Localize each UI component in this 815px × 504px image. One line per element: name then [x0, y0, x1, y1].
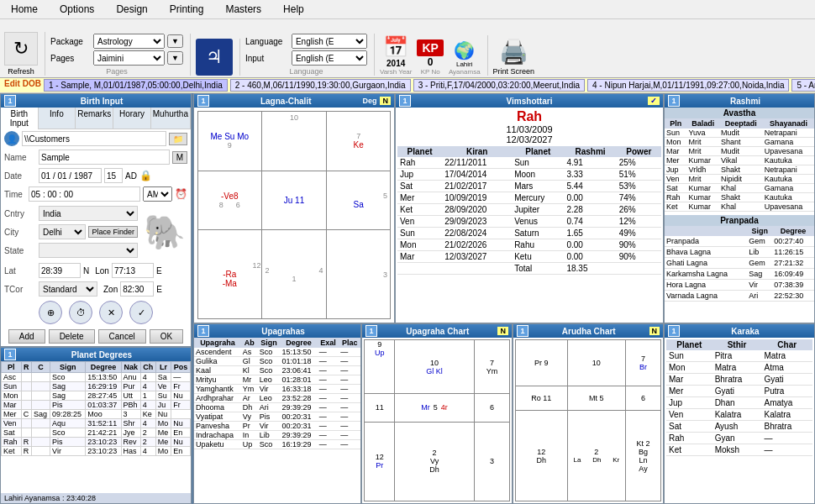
list-item: ArdhpraharArLeo23:52:28——: [194, 394, 360, 403]
acell-c: Mt 5: [567, 386, 625, 411]
table-cell: 2: [140, 428, 155, 438]
delete-btn[interactable]: Delete: [49, 329, 95, 344]
tab-info[interactable]: Info: [39, 108, 76, 129]
input-select[interactable]: English (E: [292, 50, 367, 66]
table-cell: Netrapani: [763, 165, 814, 175]
day-input[interactable]: [104, 168, 123, 183]
icon2[interactable]: ⏱: [69, 301, 92, 324]
table-cell: Has: [121, 447, 140, 456]
cell-tl: Me Su Mo 9: [198, 112, 262, 171]
table-cell: Gulika: [194, 357, 241, 366]
ampm-select[interactable]: AMPM: [143, 186, 172, 202]
edit-tab-3[interactable]: 3 - Priti,F,17/04/2000,03:20:00,Meerut,I…: [413, 79, 585, 92]
icon3[interactable]: ✕: [99, 301, 123, 324]
tab-birth-input[interactable]: Birth Input: [1, 108, 39, 129]
file-browse-btn[interactable]: 📁: [169, 133, 187, 145]
edit-tab-2[interactable]: 2 - 460,M,06/11/1990,19:30:00,Gurgaon,In…: [230, 79, 411, 92]
place-finder-btn[interactable]: Place Finder: [88, 226, 138, 238]
refresh-icon[interactable]: ↻: [4, 32, 38, 66]
date-input[interactable]: [39, 168, 102, 183]
col-pos: Pos: [171, 362, 191, 373]
vim-col-rashmi: Rashmi: [564, 146, 616, 157]
col-ch: Ch: [140, 362, 155, 373]
n-flag: N: [380, 97, 391, 105]
col-r: R: [21, 362, 31, 373]
table-cell: —: [318, 431, 339, 440]
table-cell: Fr: [171, 401, 191, 410]
pp-col-name: [665, 226, 747, 236]
add-btn[interactable]: Add: [8, 329, 45, 344]
city-select[interactable]: Delhi: [39, 224, 86, 239]
tab-muhurtha[interactable]: Muhurtha: [151, 108, 191, 129]
vim-date2: 12/03/2027: [397, 134, 661, 144]
package-btn[interactable]: ▼: [167, 34, 183, 48]
time-input[interactable]: [29, 186, 140, 202]
pages-btn[interactable]: ▼: [167, 51, 183, 65]
icon4[interactable]: ✓: [129, 301, 153, 324]
menu-options[interactable]: Options: [53, 2, 101, 17]
cancel-btn[interactable]: Cancel: [98, 329, 146, 344]
menu-printing[interactable]: Printing: [163, 2, 211, 17]
ok-btn[interactable]: OK: [150, 329, 183, 344]
pp-col-sign: Sign: [747, 226, 772, 236]
tab-remarks[interactable]: Remarks: [76, 108, 113, 129]
zon-input[interactable]: [120, 281, 154, 297]
list-item: Bhava LagnaLib11:26:15: [665, 247, 814, 258]
menu-home[interactable]: Home: [4, 2, 45, 17]
table-row: MerCSag09:28:25Moo3KeNu: [2, 410, 191, 419]
menu-help[interactable]: Help: [276, 2, 311, 17]
uchart-flag: N: [497, 327, 508, 335]
table-cell: Jye: [121, 428, 140, 438]
pages-select[interactable]: Jaimini: [93, 50, 165, 66]
edit-tab-5[interactable]: 5 - Anubhav Bansal,M,16/08/1984,14:43:00…: [791, 79, 815, 92]
table-cell: Pis: [50, 401, 86, 410]
icon1[interactable]: ⊕: [39, 301, 62, 324]
lock-icon: 🔒: [139, 170, 152, 181]
table-cell: Mrit: [687, 175, 719, 184]
table-cell: 0.00: [564, 251, 616, 263]
name-input[interactable]: [39, 150, 170, 165]
menu-design[interactable]: Design: [109, 2, 154, 17]
pages-section-label: Pages: [50, 67, 183, 76]
table-cell: 31:52:11: [86, 419, 121, 428]
list-item: RahGyan—: [666, 433, 812, 444]
dob-label[interactable]: Edit DOB: [4, 79, 41, 92]
table-cell: R: [21, 438, 31, 447]
vim-col-kiran: Kiran: [442, 146, 512, 157]
calendar-icon[interactable]: 📅 2014 Varsh Year: [380, 35, 413, 76]
table-cell: Bhava Lagna: [665, 247, 747, 258]
table-row: MonSag28:27:45Utt1SuNu: [2, 391, 191, 401]
table-cell: Shakt: [719, 193, 763, 202]
lat-dir: N: [83, 266, 89, 276]
table-cell: Shakt: [719, 165, 763, 175]
file-path-input[interactable]: [22, 131, 166, 146]
zon-label: Zon: [103, 285, 118, 294]
edit-tab-1[interactable]: 1 - Sample, M,01/01/1987,05:00:00,Delhi,…: [44, 79, 228, 92]
state-select[interactable]: [39, 243, 138, 258]
table-cell: Ketu: [512, 251, 564, 263]
lon-input[interactable]: [112, 263, 154, 278]
edit-tab-4[interactable]: 4 - Nipun Harjai,M,01/11/1991,09:27:00,N…: [587, 79, 789, 92]
table-cell: Me: [155, 428, 171, 438]
file-icon[interactable]: 👤: [4, 131, 19, 146]
country-select[interactable]: India: [39, 206, 138, 221]
tcor-select[interactable]: Standard: [39, 281, 97, 297]
m-btn[interactable]: M: [172, 151, 187, 164]
menu-masters[interactable]: Masters: [218, 2, 268, 17]
upag-col-ab: Ab: [241, 338, 258, 348]
table-cell: —: [339, 348, 360, 357]
table-cell: 1.65: [564, 228, 616, 239]
table-cell: Mars: [512, 181, 564, 192]
table-cell: Venus: [512, 216, 564, 228]
package-select[interactable]: Astrology: [93, 34, 165, 49]
table-cell: 23:06:41: [280, 366, 317, 375]
landscape-icon[interactable]: 🖨️: [499, 38, 528, 66]
avastha-table: Pln Baladi Deeptadi Shayanadi SunYuvaMud…: [665, 118, 814, 212]
language-select[interactable]: English (E: [292, 34, 367, 49]
lat-input[interactable]: [39, 263, 81, 278]
table-cell: [442, 263, 512, 275]
table-cell: [31, 401, 50, 410]
vim-title: 1 Vimshottari ✓: [396, 94, 663, 108]
tab-horary[interactable]: Horary: [113, 108, 151, 129]
table-cell: Rah: [397, 157, 442, 169]
